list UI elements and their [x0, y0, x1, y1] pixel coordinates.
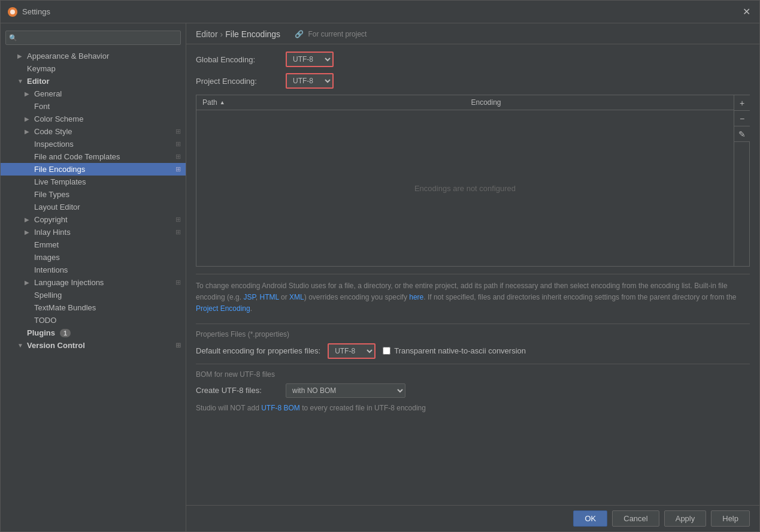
titlebar: Settings ✕	[1, 1, 759, 23]
sidebar-item-layout-editor[interactable]: Layout Editor	[1, 201, 186, 213]
sidebar-item-label: Emmet	[34, 240, 59, 249]
breadcrumb: Editor › File Encodings	[196, 29, 280, 39]
sidebar-item-plugins[interactable]: Plugins 1	[1, 327, 186, 339]
main-header: Editor › File Encodings 🔗 For current pr…	[186, 23, 759, 44]
search-box: 🔍	[5, 31, 181, 45]
bom-section: BOM for new UTF-8 files Create UTF-8 fil…	[196, 364, 750, 412]
close-button[interactable]: ✕	[740, 6, 752, 18]
sidebar-item-label: File Types	[34, 190, 69, 199]
project-encoding-select[interactable]: UTF-8	[286, 73, 334, 89]
bom-section-header: BOM for new UTF-8 files	[196, 364, 750, 379]
sidebar-item-images[interactable]: Images	[1, 251, 186, 264]
page-icon: ⊞	[175, 128, 181, 135]
sidebar-item-code-style[interactable]: ▶ Code Style ⊞	[1, 125, 186, 138]
global-encoding-row: Global Encoding: UTF-8	[196, 52, 750, 67]
jsp-link[interactable]: JSP	[243, 293, 255, 301]
sidebar-item-file-encodings[interactable]: File Encodings ⊞	[1, 163, 186, 176]
sidebar-item-font[interactable]: Font	[1, 100, 186, 113]
page-icon: ⊞	[175, 140, 181, 148]
settings-dialog: Settings ✕ 🔍 ▶ Appearance & Behavior Key…	[0, 0, 760, 532]
sidebar-item-copyright[interactable]: ▶ Copyright ⊞	[1, 213, 186, 226]
search-input[interactable]	[5, 31, 181, 45]
arrow-icon: ▶	[25, 279, 32, 286]
transparent-checkbox-wrap: Transparent native-to-ascii conversion	[383, 346, 526, 355]
encoding-column-header[interactable]: Encoding	[465, 95, 734, 110]
html-link[interactable]: HTML	[260, 293, 279, 301]
sidebar-item-label: Code Style	[34, 127, 72, 136]
sidebar-item-label: File Encodings	[34, 165, 85, 174]
xml-link[interactable]: XML	[289, 293, 304, 301]
table-side-buttons: + − ✎	[734, 95, 749, 266]
page-icon: ⊞	[175, 153, 181, 161]
sidebar-item-keymap[interactable]: Keymap	[1, 62, 186, 75]
encoding-table: Path Encoding Encodings are not configur…	[196, 95, 734, 266]
sidebar: 🔍 ▶ Appearance & Behavior Keymap ▼ Edito…	[1, 23, 186, 531]
sidebar-item-label: Editor	[27, 77, 50, 86]
properties-section-header: Properties Files (*.properties)	[196, 324, 750, 338]
bom-note: Studio will NOT add UTF-8 BOM to every c…	[196, 404, 750, 412]
search-icon: 🔍	[9, 34, 17, 42]
arrow-icon: ▶	[25, 229, 32, 235]
props-encoding-label: Default encoding for properties files:	[196, 346, 320, 355]
bom-label: Create UTF-8 files:	[196, 386, 286, 395]
sidebar-item-label: Inlay Hints	[34, 228, 71, 237]
sidebar-item-todo[interactable]: TODO	[1, 314, 186, 327]
for-project-label: For current project	[308, 30, 367, 38]
encoding-header-label: Encoding	[471, 98, 501, 107]
transparent-checkbox[interactable]	[383, 347, 390, 355]
sidebar-item-label: General	[34, 89, 62, 98]
utf8-bom-link[interactable]: UTF-8 BOM	[261, 404, 300, 412]
sidebar-item-inlay-hints[interactable]: ▶ Inlay Hints ⊞	[1, 226, 186, 238]
sidebar-item-emmet[interactable]: Emmet	[1, 238, 186, 251]
page-icon: ⊞	[175, 341, 181, 349]
sidebar-item-intentions[interactable]: Intentions	[1, 264, 186, 276]
props-encoding-row: Default encoding for properties files: U…	[196, 343, 750, 359]
bom-section-label: BOM for new UTF-8 files	[196, 370, 275, 379]
here-link[interactable]: here	[409, 293, 423, 301]
arrow-icon: ▶	[25, 216, 32, 223]
breadcrumb-current: File Encodings	[225, 29, 280, 39]
sidebar-item-label: Appearance & Behavior	[27, 52, 109, 61]
remove-encoding-button[interactable]: −	[734, 111, 750, 126]
cancel-button[interactable]: Cancel	[612, 510, 659, 527]
bom-select[interactable]: with NO BOM with BOM	[286, 383, 405, 398]
page-icon: ⊞	[175, 165, 181, 173]
add-encoding-button[interactable]: +	[734, 95, 750, 111]
props-encoding-select[interactable]: UTF-8	[328, 343, 376, 359]
sidebar-item-label: Plugins	[27, 328, 55, 337]
sidebar-item-general[interactable]: ▶ General	[1, 87, 186, 100]
path-column-header[interactable]: Path	[196, 95, 465, 110]
sidebar-item-version-control[interactable]: ▼ Version Control ⊞	[1, 339, 186, 352]
arrow-icon: ▼	[17, 342, 25, 349]
breadcrumb-parent: Editor	[196, 29, 218, 39]
sidebar-item-color-scheme[interactable]: ▶ Color Scheme	[1, 113, 186, 125]
page-icon: ⊞	[175, 228, 181, 236]
sidebar-item-file-types[interactable]: File Types	[1, 188, 186, 201]
sidebar-item-inspections[interactable]: Inspections ⊞	[1, 138, 186, 150]
global-encoding-select[interactable]: UTF-8	[286, 52, 334, 67]
sidebar-item-editor[interactable]: ▼ Editor	[1, 75, 186, 87]
page-icon: ⊞	[175, 279, 181, 286]
empty-message: Encodings are not configured	[414, 184, 516, 193]
arrow-icon: ▼	[17, 78, 25, 84]
ok-button[interactable]: OK	[573, 510, 607, 527]
sidebar-item-file-code-templates[interactable]: File and Code Templates ⊞	[1, 150, 186, 163]
sidebar-item-language-injections[interactable]: ▶ Language Injections ⊞	[1, 276, 186, 289]
project-encoding-link[interactable]: Project Encoding	[196, 304, 250, 313]
sidebar-item-textmate[interactable]: TextMate Bundles	[1, 301, 186, 314]
sidebar-item-label: Intentions	[34, 265, 68, 274]
sidebar-item-label: Keymap	[27, 64, 56, 73]
apply-button[interactable]: Apply	[664, 510, 707, 527]
for-project-link[interactable]: 🔗 For current project	[295, 30, 367, 38]
link-icon: 🔗	[295, 30, 304, 38]
sidebar-item-appearance[interactable]: ▶ Appearance & Behavior	[1, 50, 186, 62]
table-body: Encodings are not configured	[196, 110, 734, 266]
sidebar-item-label: TextMate Bundles	[34, 303, 96, 312]
global-encoding-label: Global Encoding:	[196, 55, 286, 64]
help-button[interactable]: Help	[711, 510, 750, 527]
sidebar-item-spelling[interactable]: Spelling	[1, 289, 186, 301]
sidebar-item-label: Images	[34, 253, 60, 262]
sidebar-item-live-templates[interactable]: Live Templates	[1, 176, 186, 188]
sidebar-item-label: Copyright	[34, 215, 68, 224]
edit-encoding-button[interactable]: ✎	[734, 126, 750, 142]
